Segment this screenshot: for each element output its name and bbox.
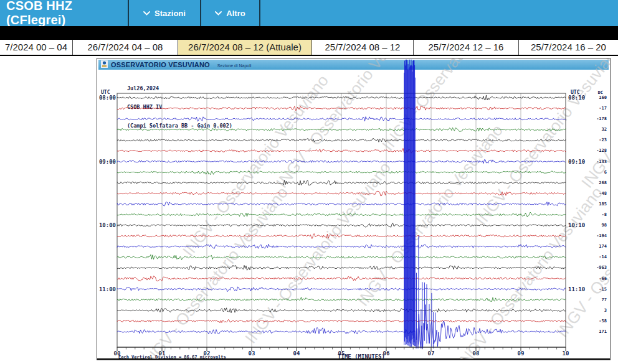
svg-text:-194: -194: [596, 233, 607, 238]
svg-text:INGV - Osservatorio Vesuviano: INGV - Osservatorio Vesuviano: [472, 58, 610, 229]
svg-text:09:10: 09:10: [568, 159, 585, 165]
svg-text:00: 00: [114, 350, 121, 357]
svg-text:INGV - Osservatorio Vesuviano: INGV - Osservatorio Vesuviano: [553, 152, 610, 341]
svg-text:6: 6: [604, 170, 607, 175]
svg-text:08:00: 08:00: [99, 95, 116, 101]
svg-text:11:00: 11:00: [99, 286, 116, 292]
svg-text:98: 98: [602, 223, 607, 228]
svg-text:-17: -17: [599, 106, 607, 111]
altro-menu-label: Altro: [226, 9, 245, 18]
svg-text:-66: -66: [599, 276, 607, 281]
svg-text:INGV - Osservatorio Vesuviano: INGV - Osservatorio Vesuviano: [378, 58, 531, 154]
seismogram-titlebar: OSSERVATORIO VESUVIANO Sezione di Napoli: [98, 60, 609, 70]
svg-text:-14: -14: [599, 254, 607, 259]
svg-text:UTC: UTC: [101, 90, 110, 95]
svg-text:09: 09: [518, 350, 525, 357]
chevron-down-icon: [215, 11, 222, 16]
info-gain: (Campi Solfatara BB - Gain 0.002): [127, 123, 232, 129]
info-station: CSOB HHZ IV: [127, 104, 232, 110]
seismogram-subtitle: Sezione di Napoli: [217, 62, 251, 68]
svg-text:-8: -8: [602, 212, 607, 217]
svg-text:07: 07: [428, 350, 435, 357]
svg-text:174: 174: [599, 244, 607, 249]
svg-text:05: 05: [338, 350, 345, 357]
tab-08-12-attuale[interactable]: 26/7/2024 08 – 12 (Attuale): [178, 40, 312, 55]
tab-25-08-12[interactable]: 25/7/2024 08 – 12: [312, 40, 414, 55]
svg-text:-178: -178: [596, 116, 607, 121]
svg-text:08: 08: [473, 350, 480, 357]
svg-text:INGV - Osservatorio Vesuviano: INGV - Osservatorio Vesuviano: [453, 184, 606, 359]
seismogram-info: Jul26,2024 CSOB HHZ IV (Campi Solfatara …: [127, 73, 232, 141]
svg-text:268: 268: [599, 180, 607, 185]
svg-text:-133: -133: [596, 159, 607, 164]
svg-text:09:00: 09:00: [99, 159, 116, 165]
seismogram-title: OSSERVATORIO VESUVIANO: [111, 61, 210, 68]
tab-25-16-20[interactable]: 25/7/2024 16 – 20: [519, 40, 618, 55]
svg-text:11:10: 11:10: [568, 286, 585, 292]
stazioni-menu-label: Stazioni: [154, 9, 186, 18]
svg-text:UTC: UTC: [571, 90, 580, 95]
svg-text:TIME (MINUTES): TIME (MINUTES): [338, 353, 385, 359]
svg-text:INGV - Osservatorio Vesuviano: INGV - Osservatorio Vesuviano: [272, 58, 425, 192]
seismogram-image: OSSERVATORIO VESUVIANO Sezione di Napoli…: [97, 58, 611, 360]
svg-text:DC: DC: [598, 90, 603, 95]
tab-00-04[interactable]: 7/2024 00 – 04: [0, 40, 73, 55]
tab-25-12-16[interactable]: 25/7/2024 12 – 16: [414, 40, 519, 55]
date-range-tab-bar: 7/2024 00 – 04 26/7/2024 04 – 08 26/7/20…: [0, 39, 618, 56]
svg-text:-128: -128: [596, 148, 607, 153]
svg-text:-23: -23: [599, 138, 607, 142]
header-filler: [259, 0, 618, 26]
chevron-down-icon: [143, 11, 150, 16]
svg-text:01: 01: [159, 350, 166, 357]
svg-text:02: 02: [204, 350, 211, 357]
info-date: Jul26,2024: [127, 85, 232, 91]
page-title: CSOB HHZ (CFlegrei): [0, 0, 128, 26]
svg-text:10:10: 10:10: [568, 222, 585, 228]
stazioni-menu-button[interactable]: Stazioni: [128, 0, 200, 26]
svg-text:-963: -963: [596, 265, 607, 270]
svg-text:-15: -15: [599, 287, 607, 292]
svg-text:10: 10: [563, 350, 569, 357]
svg-text:-48: -48: [599, 191, 607, 196]
tab-04-08[interactable]: 26/7/2024 04 – 08: [73, 40, 178, 55]
svg-text:32: 32: [602, 127, 607, 132]
svg-text:INGV - Osservatorio Vesuviano: INGV - Osservatorio Vesuviano: [241, 159, 394, 347]
svg-text:INGV - Osservatorio Vesuviano: INGV - Osservatorio Vesuviano: [353, 121, 506, 310]
svg-text:185: 185: [599, 202, 607, 207]
svg-text:-58: -58: [599, 319, 607, 324]
header-divider-strip: [0, 26, 618, 39]
svg-text:03: 03: [249, 350, 255, 357]
svg-text:INGV - Osservatorio Vesuviano: INGV - Osservatorio Vesuviano: [578, 58, 610, 192]
svg-text:77: 77: [602, 297, 607, 302]
svg-text:08:10: 08:10: [568, 95, 585, 101]
svg-text:3: 3: [604, 308, 607, 313]
svg-text:06: 06: [383, 350, 390, 357]
svg-text:04: 04: [293, 350, 300, 357]
svg-text:INGV - Osservatorio Vesuviano: INGV - Osservatorio Vesuviano: [138, 184, 292, 359]
ingv-ov-logo-icon: [101, 59, 108, 70]
svg-text:10:00: 10:00: [99, 222, 116, 228]
svg-text:Each Vertical Division = 86.6: Each Vertical Division = 86.67 microvolt…: [118, 355, 226, 359]
svg-text:160: 160: [599, 95, 607, 100]
altro-menu-button[interactable]: Altro: [200, 0, 259, 26]
svg-text:171: 171: [599, 329, 607, 334]
app-header: CSOB HHZ (CFlegrei) Stazioni Altro: [0, 0, 618, 26]
